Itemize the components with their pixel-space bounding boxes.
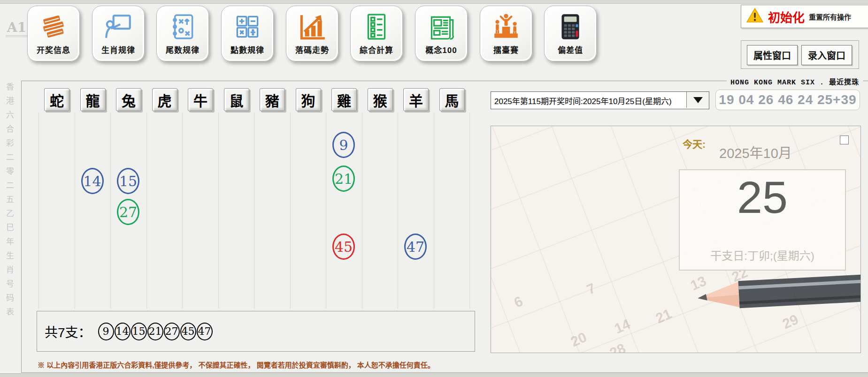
summary-number-list: 9141521274547 bbox=[98, 323, 213, 340]
chevron-down-icon bbox=[693, 97, 703, 103]
calendar-day-number: 25 bbox=[680, 171, 845, 224]
toolbar-button-draw-info[interactable]: 开奖信息 bbox=[27, 6, 80, 61]
latest-draw-numbers: 19 04 26 46 24 25+39 bbox=[715, 90, 860, 110]
calculator-icon bbox=[555, 10, 586, 44]
toolbar-button-label: 點數規律 bbox=[230, 44, 264, 55]
board-column-line bbox=[182, 113, 183, 309]
zodiac-button-11[interactable]: 羊 bbox=[403, 88, 429, 111]
toolbar-button-label: 尾数规律 bbox=[166, 44, 200, 55]
watermark-a1: A1 bbox=[6, 20, 28, 37]
checklist-icon bbox=[361, 10, 392, 44]
pencil-image bbox=[688, 270, 861, 318]
summary-box: 共7支： 9141521274547 bbox=[37, 311, 475, 352]
number-ball-9: 9 bbox=[332, 132, 355, 158]
initialize-label: 初始化 bbox=[768, 8, 805, 25]
toolbar-button-composite-calc[interactable]: 綜合計算 bbox=[350, 6, 403, 61]
group-box-legend: HONG KONG MARK SIX . 最近搅珠 bbox=[727, 76, 863, 87]
summary-ball-14: 14 bbox=[115, 323, 131, 340]
podium-icon bbox=[491, 10, 522, 44]
toolbar-button-points-rule[interactable]: 點數規律 bbox=[221, 6, 274, 61]
board-column-line bbox=[398, 113, 398, 309]
warning-triangle-icon bbox=[746, 8, 764, 25]
toolbar-button-arena[interactable]: 擂臺賽 bbox=[480, 6, 532, 61]
toolbar-button-label: 綜合計算 bbox=[360, 44, 393, 55]
zodiac-button-7[interactable]: 豬 bbox=[260, 88, 285, 111]
disclaimer-text: ※ 以上內容引用香港正版六合彩資料,僅提供參考， 不保證其正確性， 閱覽者若用於… bbox=[38, 360, 435, 369]
board-column-line bbox=[75, 113, 75, 309]
reset-all-label: 重置所有操作 bbox=[809, 12, 851, 22]
zodiac-button-9[interactable]: 雞 bbox=[331, 88, 357, 111]
board-column-line bbox=[110, 113, 111, 309]
summary-ball-9: 9 bbox=[98, 323, 114, 340]
trend-chart-icon bbox=[297, 10, 328, 44]
board-column-line bbox=[218, 113, 219, 309]
zodiac-button-2[interactable]: 龍 bbox=[80, 88, 106, 111]
toolbar-button-trend[interactable]: 落碼走勢 bbox=[286, 6, 338, 61]
side-vertical-title: 香港六合彩二零二五乙巳年生肖号码表 bbox=[3, 83, 15, 322]
summary-ball-45: 45 bbox=[180, 323, 196, 340]
calendar-panel: 6713142021222829 今天: 2025年10月 25 干支日:丁卯;… bbox=[491, 126, 861, 353]
entry-window-button[interactable]: 录入窗口 bbox=[801, 45, 852, 65]
calendar-month: 2025年10月 bbox=[719, 142, 792, 162]
board-column-line bbox=[326, 113, 326, 309]
books-icon bbox=[38, 10, 69, 44]
toolbar-button-label: 开奖信息 bbox=[37, 44, 70, 55]
toolbar-button-label: 落碼走勢 bbox=[295, 44, 329, 55]
zodiac-button-12[interactable]: 馬 bbox=[439, 88, 465, 111]
zodiac-button-6[interactable]: 鼠 bbox=[224, 88, 249, 111]
number-ball-21: 21 bbox=[332, 166, 355, 192]
zodiac-button-5[interactable]: 牛 bbox=[188, 88, 213, 111]
toolbar-button-zodiac-rule[interactable]: 生肖规律 bbox=[92, 6, 145, 61]
draw-period-value: 2025年第115期开奖时间:2025年10月25日(星期六) bbox=[491, 95, 686, 106]
toolbar-button-tail-rule[interactable]: 尾数规律 bbox=[156, 6, 209, 61]
board-column-line bbox=[362, 113, 362, 309]
newspaper-icon bbox=[426, 10, 457, 44]
window-bottom-strip bbox=[0, 373, 868, 377]
toolbar-button-concept-100[interactable]: 概念100 bbox=[415, 6, 468, 61]
toolbar-button-label: 生肖规律 bbox=[101, 44, 135, 55]
number-ball-15: 15 bbox=[117, 168, 139, 194]
toolbar-button-label: 偏差值 bbox=[558, 44, 583, 55]
zodiac-button-8[interactable]: 狗 bbox=[296, 88, 321, 111]
summary-ball-15: 15 bbox=[131, 323, 147, 340]
number-ball-14: 14 bbox=[81, 168, 104, 194]
properties-window-button[interactable]: 属性窗口 bbox=[747, 45, 798, 65]
summary-count-label: 共7支： bbox=[45, 322, 92, 341]
today-label: 今天: bbox=[683, 136, 706, 151]
zodiac-button-1[interactable]: 蛇 bbox=[44, 88, 69, 111]
number-ball-47: 47 bbox=[404, 234, 427, 260]
app-window: A1 开奖信息 生肖规律 bbox=[0, 0, 868, 377]
initialize-button[interactable]: 初始化 重置所有操作 bbox=[741, 5, 868, 28]
window-top-strip bbox=[0, 0, 868, 4]
toolbar-button-label: 概念100 bbox=[425, 44, 457, 55]
number-ball-45: 45 bbox=[332, 234, 355, 260]
board-column-line bbox=[290, 113, 291, 309]
presenter-icon bbox=[103, 10, 134, 44]
board-column-line bbox=[38, 113, 39, 309]
toolbar-button-deviation[interactable]: 偏差值 bbox=[544, 6, 597, 61]
zodiac-button-10[interactable]: 猴 bbox=[368, 88, 393, 111]
toolbar-button-label: 擂臺賽 bbox=[493, 44, 519, 55]
math-operations-icon bbox=[232, 10, 263, 44]
strategy-notebook-icon bbox=[167, 10, 198, 44]
board-column-line bbox=[434, 113, 434, 309]
calendar-day-card: 25 干支日:丁卯;(星期六) bbox=[679, 169, 846, 271]
number-ball-27: 27 bbox=[117, 199, 139, 225]
dropdown-arrow-button[interactable] bbox=[686, 92, 709, 108]
zodiac-button-4[interactable]: 虎 bbox=[152, 88, 177, 111]
calendar-checkbox[interactable] bbox=[840, 136, 849, 144]
summary-ball-21: 21 bbox=[147, 323, 163, 340]
board-column-line bbox=[254, 113, 254, 309]
zodiac-button-3[interactable]: 兔 bbox=[116, 88, 141, 111]
summary-ball-27: 27 bbox=[164, 323, 180, 340]
draw-period-select[interactable]: 2025年第115期开奖时间:2025年10月25日(星期六) bbox=[491, 91, 709, 109]
window-buttons-panel: 属性窗口 录入窗口 bbox=[741, 40, 859, 69]
board-column-line bbox=[469, 113, 470, 309]
summary-ball-47: 47 bbox=[197, 323, 213, 340]
calendar-ganzhi-text: 干支日:丁卯;(星期六) bbox=[680, 247, 845, 263]
board-column-line bbox=[146, 113, 147, 309]
